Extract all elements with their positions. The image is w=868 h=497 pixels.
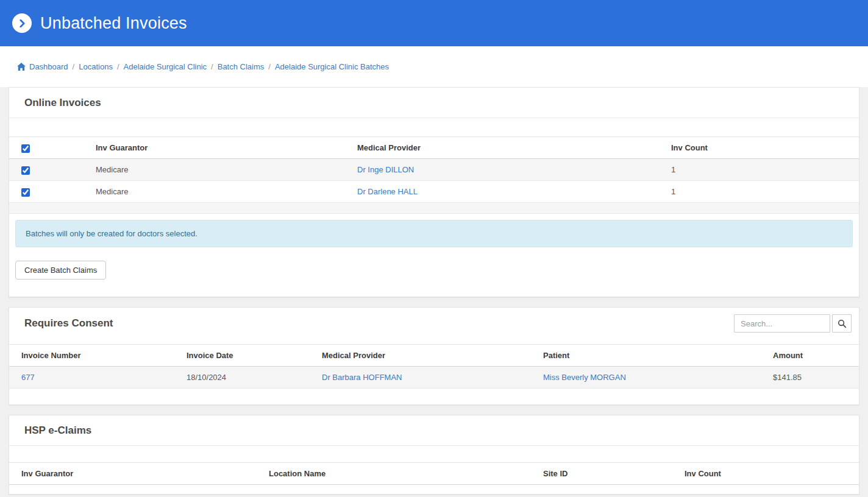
search-icon <box>838 319 847 328</box>
inv-count-cell: 1 <box>659 159 859 181</box>
column-header-inv-guarantor: Inv Guarantor <box>84 137 345 159</box>
table-row: Medicare Dr Darlene HALL 1 <box>9 181 859 203</box>
table-header-row: Inv Guarantor Medical Provider Inv Count <box>9 137 859 159</box>
breadcrumb-link-clinic[interactable]: Adelaide Surgical Clinic <box>124 62 207 71</box>
empty-table-row <box>9 203 859 214</box>
row-select-checkbox[interactable] <box>21 166 30 175</box>
hsp-eclaims-table: Inv Guarantor Location Name Site ID Inv … <box>9 462 859 485</box>
search-button[interactable] <box>832 314 852 333</box>
breadcrumb-separator: / <box>268 62 271 71</box>
medical-provider-link[interactable]: Dr Barbara HOFFMAN <box>322 373 402 382</box>
online-invoices-card: Online Invoices Inv Guarantor Medical Pr… <box>9 87 859 297</box>
column-header-amount: Amount <box>761 345 859 367</box>
inv-count-cell: 1 <box>659 181 859 203</box>
search-group <box>734 314 852 333</box>
column-header-invoice-number: Invoice Number <box>9 345 174 367</box>
column-header-site-id: Site ID <box>531 463 672 485</box>
breadcrumb-link-dashboard[interactable]: Dashboard <box>29 62 68 71</box>
breadcrumb-separator: / <box>211 62 213 71</box>
column-header-medical-provider: Medical Provider <box>310 345 531 367</box>
info-alert: Batches will only be created for doctors… <box>15 220 853 247</box>
page-title: Unbatched Invoices <box>40 14 187 33</box>
requires-consent-title: Requires Consent <box>24 317 113 330</box>
column-header-patient: Patient <box>531 345 761 367</box>
medical-provider-link[interactable]: Dr Darlene HALL <box>357 187 418 196</box>
page-header: Unbatched Invoices <box>0 0 868 46</box>
hsp-eclaims-title: HSP e-Claims <box>9 415 859 446</box>
create-batch-claims-button[interactable]: Create Batch Claims <box>15 261 106 280</box>
row-select-checkbox[interactable] <box>21 188 30 197</box>
breadcrumb-link-batch-claims[interactable]: Batch Claims <box>218 62 265 71</box>
patient-link[interactable]: Miss Beverly MORGAN <box>543 373 626 382</box>
search-input[interactable] <box>734 314 830 333</box>
requires-consent-card: Requires Consent Invoice Number Invoice … <box>9 307 859 405</box>
column-header-medical-provider: Medical Provider <box>345 137 659 159</box>
column-header-invoice-date: Invoice Date <box>174 345 310 367</box>
column-header-inv-count: Inv Count <box>672 463 859 485</box>
online-invoices-table: Inv Guarantor Medical Provider Inv Count… <box>9 136 859 214</box>
breadcrumb-separator: / <box>73 62 75 71</box>
inv-guarantor-cell: Medicare <box>84 181 345 203</box>
home-icon <box>17 63 26 71</box>
select-all-checkbox[interactable] <box>21 144 30 153</box>
column-header-inv-count: Inv Count <box>659 137 859 159</box>
column-header-location-name: Location Name <box>257 463 531 485</box>
amount-cell: $141.85 <box>761 367 859 389</box>
arrow-circle-right-icon <box>12 13 32 33</box>
invoice-number-link[interactable]: 677 <box>21 373 35 382</box>
invoice-date-cell: 18/10/2024 <box>174 367 310 389</box>
requires-consent-table: Invoice Number Invoice Date Medical Prov… <box>9 344 859 389</box>
breadcrumb-link-locations[interactable]: Locations <box>79 62 113 71</box>
breadcrumb: Dashboard / Locations / Adelaide Surgica… <box>0 46 868 87</box>
column-header-inv-guarantor: Inv Guarantor <box>9 463 257 485</box>
table-header-row: Invoice Number Invoice Date Medical Prov… <box>9 345 859 367</box>
breadcrumb-separator: / <box>117 62 119 71</box>
breadcrumb-link-clinic-batches[interactable]: Adelaide Surgical Clinic Batches <box>275 62 389 71</box>
inv-guarantor-cell: Medicare <box>84 159 345 181</box>
online-invoices-title: Online Invoices <box>9 88 859 118</box>
requires-consent-header: Requires Consent <box>9 308 859 339</box>
table-header-row: Inv Guarantor Location Name Site ID Inv … <box>9 463 859 485</box>
table-row: 677 18/10/2024 Dr Barbara HOFFMAN Miss B… <box>9 367 859 389</box>
medical-provider-link[interactable]: Dr Inge DILLON <box>357 165 414 174</box>
table-row: Medicare Dr Inge DILLON 1 <box>9 159 859 181</box>
hsp-eclaims-card: HSP e-Claims Inv Guarantor Location Name… <box>9 415 859 495</box>
